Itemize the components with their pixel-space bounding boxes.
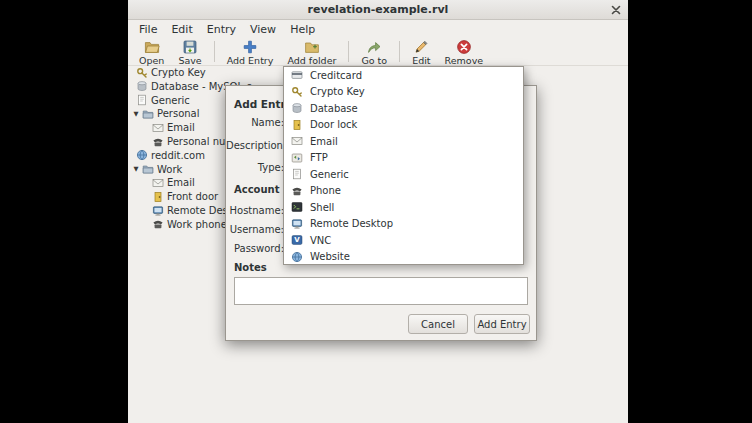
type-option[interactable]: Website: [284, 249, 523, 266]
add-entry-button-label: Add Entry: [227, 55, 274, 66]
toolbar: Open Save Add Entry Add folder Go to: [128, 38, 628, 66]
toolbar-separator: [399, 41, 400, 62]
tree-item-label: Email: [167, 177, 195, 188]
type-option[interactable]: VVNC: [284, 232, 523, 249]
screen: revelation-example.rvl File Edit Entry V…: [0, 0, 752, 423]
doorlock-icon: [152, 191, 164, 203]
database-icon: [136, 80, 148, 92]
username-label: Username:: [226, 221, 284, 238]
window-close-icon: [609, 3, 623, 17]
type-option-label: Creditcard: [310, 70, 362, 81]
type-option[interactable]: Database: [284, 100, 523, 117]
remote-desktop-icon: [291, 218, 303, 230]
type-option[interactable]: Door lock: [284, 117, 523, 134]
tree-item-label: Front door: [167, 191, 218, 202]
tree-item-label: Work: [157, 164, 182, 175]
open-button[interactable]: Open: [132, 39, 171, 66]
type-dropdown-list: CreditcardCrypto KeyDatabaseDoor lockEma…: [283, 66, 524, 265]
menu-view[interactable]: View: [243, 22, 283, 37]
type-option-label: Email: [310, 136, 338, 147]
type-label: Type:: [226, 159, 284, 176]
save-button[interactable]: Save: [171, 39, 208, 66]
add-folder-icon: [304, 39, 320, 55]
shell-icon: [291, 201, 303, 213]
menu-help[interactable]: Help: [283, 22, 322, 37]
menu-file[interactable]: File: [132, 22, 164, 37]
type-option[interactable]: Shell: [284, 199, 523, 216]
creditcard-icon: [291, 69, 303, 81]
hostname-label: Hostname:: [226, 202, 284, 219]
expander-icon[interactable]: ▼: [130, 165, 142, 173]
add-entry-submit-button[interactable]: Add Entry: [474, 314, 530, 334]
doorlock-icon: [291, 119, 303, 131]
remote-desktop-icon: [152, 205, 164, 217]
expander-icon[interactable]: ▼: [130, 110, 142, 118]
add-folder-button[interactable]: Add folder: [280, 39, 343, 66]
description-label: Description:: [226, 137, 284, 154]
email-icon: [152, 177, 164, 189]
remove-button[interactable]: Remove: [438, 39, 491, 66]
type-option[interactable]: Email: [284, 133, 523, 150]
generic-icon: [291, 168, 303, 180]
folder-icon: [142, 163, 154, 175]
menu-edit[interactable]: Edit: [164, 22, 199, 37]
open-folder-icon: [144, 39, 160, 55]
edit-button-label: Edit: [412, 55, 430, 66]
save-icon: [182, 39, 198, 55]
password-label: Password:: [226, 240, 284, 257]
window-title: revelation-example.rvl: [308, 3, 449, 16]
type-option-label: VNC: [310, 235, 331, 246]
phone-icon: [152, 136, 164, 148]
type-option-label: Remote Desktop: [310, 218, 393, 229]
name-label: Name:: [226, 114, 284, 131]
notes-section-label: Notes: [234, 262, 267, 273]
svg-text:V: V: [294, 237, 300, 245]
remove-button-label: Remove: [445, 55, 484, 66]
website-icon: [291, 251, 303, 263]
phone-icon: [291, 185, 303, 197]
close-button[interactable]: [609, 3, 623, 17]
type-option-label: Crypto Key: [310, 86, 365, 97]
menu-entry[interactable]: Entry: [200, 22, 243, 37]
folder-icon: [142, 108, 154, 120]
edit-button[interactable]: Edit: [405, 39, 437, 66]
vnc-icon: V: [291, 234, 303, 246]
add-entry-button[interactable]: Add Entry: [220, 39, 281, 66]
tree-item-label: Personal: [157, 108, 200, 119]
ftp-icon: [291, 152, 303, 164]
type-option-label: Generic: [310, 169, 349, 180]
goto-button-label: Go to: [361, 55, 387, 66]
app-window: revelation-example.rvl File Edit Entry V…: [128, 0, 628, 423]
type-option-label: Database: [310, 103, 358, 114]
titlebar[interactable]: revelation-example.rvl: [128, 0, 628, 20]
toolbar-separator: [348, 41, 349, 62]
notes-input[interactable]: [234, 277, 528, 305]
goto-button[interactable]: Go to: [354, 39, 394, 66]
type-option[interactable]: FTP: [284, 150, 523, 167]
goto-icon: [366, 39, 382, 55]
email-icon: [291, 135, 303, 147]
email-icon: [152, 122, 164, 134]
tree-item-label: Work phone: [167, 219, 227, 230]
type-option[interactable]: Phone: [284, 183, 523, 200]
add-folder-button-label: Add folder: [287, 55, 336, 66]
phone-icon: [152, 218, 164, 230]
type-option[interactable]: Remote Desktop: [284, 216, 523, 233]
tree-item-label: Email: [167, 122, 195, 133]
save-button-label: Save: [178, 55, 201, 66]
edit-pencil-icon: [413, 39, 429, 55]
database-icon: [291, 102, 303, 114]
open-button-label: Open: [139, 55, 164, 66]
type-option-label: Phone: [310, 185, 341, 196]
cancel-button[interactable]: Cancel: [408, 314, 468, 334]
remove-icon: [456, 39, 472, 55]
toolbar-separator: [214, 41, 215, 62]
tree-item[interactable]: Crypto Key: [128, 66, 288, 79]
type-option[interactable]: Crypto Key: [284, 84, 523, 101]
type-option-label: FTP: [310, 152, 328, 163]
type-option[interactable]: Creditcard: [284, 67, 523, 84]
key-icon: [136, 67, 148, 79]
key-icon: [291, 86, 303, 98]
website-icon: [136, 149, 148, 161]
type-option[interactable]: Generic: [284, 166, 523, 183]
